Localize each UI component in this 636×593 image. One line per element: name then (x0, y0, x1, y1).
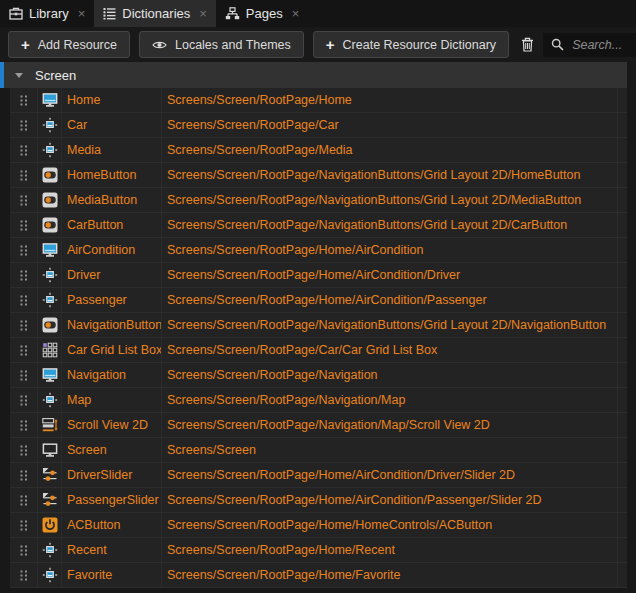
drag-handle[interactable] (10, 413, 38, 437)
table-row[interactable]: NavigationButton Screens/Screen/RootPage… (10, 313, 627, 338)
row-end-spacer (618, 163, 627, 187)
resource-path: Screens/Screen/RootPage/NavigationButton… (162, 188, 618, 212)
drag-handle[interactable] (10, 313, 38, 337)
table-row[interactable]: ACButton Screens/Screen/RootPage/Home/Ho… (10, 513, 627, 538)
drag-handle[interactable] (10, 163, 38, 187)
node2d-icon (38, 113, 62, 137)
scroll-view-icon (38, 413, 62, 437)
add-resource-button[interactable]: + Add Resource (8, 31, 130, 58)
locales-and-themes-button[interactable]: Locales and Themes (139, 31, 304, 58)
table-row[interactable]: MediaButton Screens/Screen/RootPage/Navi… (10, 188, 627, 213)
tab-label: Pages (246, 6, 283, 21)
resource-path: Screens/Screen/RootPage/Home/AirConditio… (162, 463, 618, 487)
resource-grid-body: Home Screens/Screen/RootPage/Home Car Sc… (10, 88, 627, 588)
close-icon[interactable]: × (78, 7, 86, 20)
row-end-spacer (618, 538, 627, 562)
drag-handle[interactable] (10, 138, 38, 162)
row-end-spacer (618, 113, 627, 137)
resource-name: ACButton (62, 513, 162, 537)
create-resource-dictionary-label: Create Resource Dictionary (343, 38, 497, 52)
slider-icon (38, 463, 62, 487)
drag-handle[interactable] (10, 238, 38, 262)
resource-name: Navigation (62, 363, 162, 387)
drag-handle[interactable] (10, 263, 38, 287)
resource-path: Screens/Screen/RootPage/Home/Recent (162, 538, 618, 562)
tab-library[interactable]: Library × (0, 0, 94, 27)
table-row[interactable]: Media Screens/Screen/RootPage/Media (10, 138, 627, 163)
row-end-spacer (618, 313, 627, 337)
drag-handle[interactable] (10, 338, 38, 362)
drag-handle[interactable] (10, 463, 38, 487)
page-icon (38, 238, 62, 262)
table-row[interactable]: Navigation Screens/Screen/RootPage/Navig… (10, 363, 627, 388)
close-icon[interactable]: × (199, 7, 207, 20)
resource-name: CarButton (62, 213, 162, 237)
resource-name: AirCondition (62, 238, 162, 262)
table-row[interactable]: Home Screens/Screen/RootPage/Home (10, 88, 627, 113)
table-row[interactable]: Screen Screens/Screen (10, 438, 627, 463)
row-end-spacer (618, 388, 627, 412)
table-row[interactable]: HomeButton Screens/Screen/RootPage/Navig… (10, 163, 627, 188)
sitemap-icon (225, 7, 240, 20)
plus-icon: + (21, 37, 30, 52)
resource-name: Map (62, 388, 162, 412)
resource-path: Screens/Screen/RootPage/NavigationButton… (162, 313, 618, 337)
resource-path: Screens/Screen/RootPage/Home/Favorite (162, 563, 618, 587)
drag-handle[interactable] (10, 513, 38, 537)
resource-name: DriverSlider (62, 463, 162, 487)
row-end-spacer (618, 413, 627, 437)
table-row[interactable]: Car Grid List Box Screens/Screen/RootPag… (10, 338, 627, 363)
drag-handle[interactable] (10, 188, 38, 212)
drag-handle[interactable] (10, 113, 38, 137)
tab-pages[interactable]: Pages × (216, 0, 308, 27)
drag-handle[interactable] (10, 488, 38, 512)
table-row[interactable]: Car Screens/Screen/RootPage/Car (10, 113, 627, 138)
resource-name: Car (62, 113, 162, 137)
create-resource-dictionary-button[interactable]: + Create Resource Dictionary (313, 31, 509, 58)
drag-handle[interactable] (10, 288, 38, 312)
resource-path: Screens/Screen/RootPage/NavigationButton… (162, 213, 618, 237)
resource-path: Screens/Screen/RootPage/Car/Car Grid Lis… (162, 338, 618, 362)
resource-path: Screens/Screen/RootPage/Navigation/Map (162, 388, 618, 412)
resource-name: HomeButton (62, 163, 162, 187)
table-row[interactable]: Passenger Screens/Screen/RootPage/Home/A… (10, 288, 627, 313)
page-icon (38, 363, 62, 387)
drag-handle[interactable] (10, 388, 38, 412)
row-end-spacer (618, 338, 627, 362)
delete-button[interactable] (521, 32, 534, 57)
drag-handle[interactable] (10, 88, 38, 112)
drag-handle[interactable] (10, 563, 38, 587)
toolbox-icon (9, 7, 23, 20)
table-row[interactable]: Favorite Screens/Screen/RootPage/Home/Fa… (10, 563, 627, 588)
table-row[interactable]: Recent Screens/Screen/RootPage/Home/Rece… (10, 538, 627, 563)
plus-icon: + (326, 37, 335, 52)
row-end-spacer (618, 563, 627, 587)
table-row[interactable]: AirCondition Screens/Screen/RootPage/Hom… (10, 238, 627, 263)
row-end-spacer (618, 438, 627, 462)
row-end-spacer (618, 513, 627, 537)
list-icon (103, 7, 116, 20)
table-row[interactable]: Map Screens/Screen/RootPage/Navigation/M… (10, 388, 627, 413)
search-input[interactable] (570, 37, 636, 53)
drag-handle[interactable] (10, 363, 38, 387)
drag-handle[interactable] (10, 213, 38, 237)
drag-handle[interactable] (10, 538, 38, 562)
resource-path: Screens/Screen/RootPage/Car (162, 113, 618, 137)
close-icon[interactable]: × (292, 7, 300, 20)
resource-name: NavigationButton (62, 313, 162, 337)
table-row[interactable]: DriverSlider Screens/Screen/RootPage/Hom… (10, 463, 627, 488)
table-row[interactable]: CarButton Screens/Screen/RootPage/Naviga… (10, 213, 627, 238)
chevron-down-icon[interactable] (15, 73, 23, 78)
resource-name: Car Grid List Box (62, 338, 162, 362)
screen-group-header[interactable]: Screen (0, 62, 627, 88)
screen-icon (38, 438, 62, 462)
resource-name: Passenger (62, 288, 162, 312)
tab-dictionaries[interactable]: Dictionaries × (94, 0, 216, 27)
row-end-spacer (618, 88, 627, 112)
node2d-icon (38, 388, 62, 412)
drag-handle[interactable] (10, 438, 38, 462)
resource-name: Driver (62, 263, 162, 287)
table-row[interactable]: PassengerSlider Screens/Screen/RootPage/… (10, 488, 627, 513)
table-row[interactable]: Scroll View 2D Screens/Screen/RootPage/N… (10, 413, 627, 438)
table-row[interactable]: Driver Screens/Screen/RootPage/Home/AirC… (10, 263, 627, 288)
